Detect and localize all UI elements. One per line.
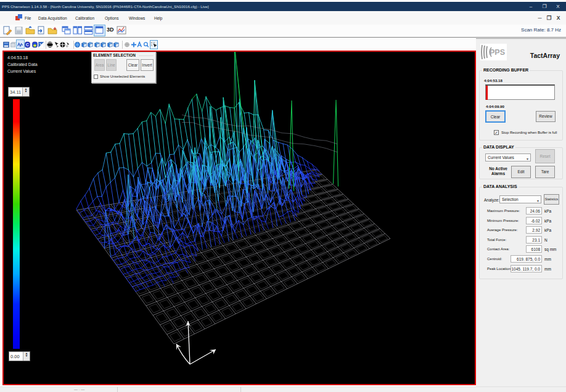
svg-text:C: C [26,43,29,47]
svg-text:PPS: PPS [490,48,505,57]
